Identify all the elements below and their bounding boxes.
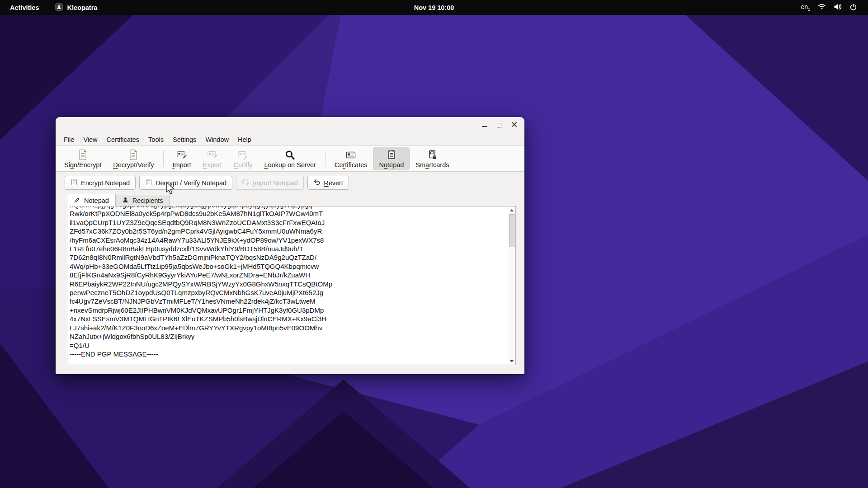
import-icon (242, 179, 250, 187)
scroll-down-button[interactable] (508, 357, 515, 365)
maximize-button[interactable] (496, 122, 502, 128)
toolbar-label: Notepad (379, 161, 404, 169)
tab-label: Notepad (84, 197, 109, 204)
pgp-message-text: Rwk/orKtPpXODNEl8a0yek5p4rpPwD8dcs9u2bKe… (70, 209, 507, 358)
vertical-scrollbar[interactable] (508, 206, 515, 365)
toolbar-export: Export (197, 147, 228, 170)
button-label: Revert (324, 179, 343, 187)
volume-icon (834, 3, 842, 12)
undo-arrow-icon (313, 178, 321, 187)
close-icon (511, 121, 517, 129)
person-icon (122, 197, 129, 205)
tab-label: Recipients (132, 197, 163, 204)
focused-app-indicator[interactable]: Kleopatra (55, 3, 97, 12)
toolbar-label: Decrypt/Verify (113, 161, 154, 169)
encrypt-notepad-button[interactable]: Encrypt Notepad (65, 176, 136, 190)
minimize-icon (482, 126, 487, 127)
toolbar-label: Sign/Encrypt (64, 161, 101, 169)
maximize-icon (497, 123, 501, 127)
smartcards-icon (427, 149, 438, 160)
toolbar-sign-encrypt[interactable]: Sign/Encrypt (58, 147, 107, 170)
import-icon (176, 149, 187, 160)
menu-settings[interactable]: Settings (168, 135, 201, 145)
toolbar-notepad[interactable]: Notepad (373, 147, 410, 170)
revert-button[interactable]: Revert (307, 176, 349, 190)
keyboard-layout-indicator[interactable]: en1 (801, 3, 810, 12)
toolbar: Sign/Encrypt Decrypt/Verify (56, 145, 524, 172)
notepad-tab-bar: Notepad Recipients (67, 194, 524, 206)
toolbar-label: Certify (234, 161, 253, 169)
search-icon (285, 149, 295, 160)
toolbar-certify: Certify (228, 147, 259, 170)
toolbar-import[interactable]: Import (167, 147, 197, 170)
import-notepad-button: Import Notepad (236, 176, 304, 190)
wifi-icon (818, 3, 826, 12)
arrow-up-icon (510, 209, 514, 211)
certificates-icon (345, 149, 356, 160)
toolbar-decrypt-verify[interactable]: Decrypt/Verify (107, 147, 160, 170)
menu-window[interactable]: Window (201, 135, 233, 145)
tab-notepad[interactable]: Notepad (67, 194, 116, 206)
toolbar-certificates[interactable]: Certificates (329, 147, 373, 170)
scrollbar-thumb[interactable] (509, 214, 514, 247)
system-status-area[interactable]: en1 (801, 3, 868, 12)
clock[interactable]: Nov 19 10:00 (414, 0, 454, 15)
menu-tools[interactable]: Tools (144, 135, 168, 145)
activities-button[interactable]: Activities (10, 4, 39, 11)
menu-view[interactable]: View (79, 135, 102, 145)
pencil-icon (74, 197, 80, 205)
mouse-cursor (165, 182, 175, 197)
toolbar-lookup-on-server[interactable]: Lookup on Server (258, 147, 321, 170)
power-icon (849, 3, 857, 12)
kleopatra-window: File View Certificates Tools Settings Wi… (56, 117, 524, 374)
certify-icon (237, 149, 248, 160)
scroll-up-button[interactable] (508, 206, 515, 214)
sign-encrypt-icon (77, 149, 88, 160)
tab-recipients[interactable]: Recipients (116, 195, 170, 206)
menu-file[interactable]: File (59, 135, 79, 145)
export-icon (207, 149, 218, 160)
menu-help[interactable]: Help (233, 135, 256, 145)
document-icon (145, 178, 152, 187)
top-bar: Activities Kleopatra Nov 19 10:00 en1 (0, 0, 868, 15)
toolbar-label: Import (173, 161, 191, 169)
decrypt-verify-icon (128, 149, 139, 160)
toolbar-separator (325, 150, 326, 167)
kleopatra-app-icon (55, 3, 63, 12)
titlebar[interactable] (56, 117, 524, 133)
menu-certificates[interactable]: Certificates (102, 135, 144, 145)
notepad-actions: Encrypt Notepad Decrypt / Verify Notepad (65, 176, 524, 190)
minimize-button[interactable] (481, 122, 487, 128)
notepad-icon (386, 149, 397, 160)
focused-app-name: Kleopatra (67, 4, 97, 11)
close-button[interactable] (511, 122, 517, 128)
toolbar-smartcards[interactable]: Smartcards (410, 147, 455, 170)
toolbar-label: Export (203, 161, 222, 169)
document-icon (71, 178, 78, 187)
toolbar-label: Certificates (335, 161, 368, 169)
button-label: Encrypt Notepad (81, 179, 130, 187)
toolbar-label: Lookup on Server (264, 161, 316, 169)
toolbar-separator (163, 150, 164, 167)
notepad-text-area[interactable]: hQGMA2pjyqg4YgJpARAAqj7ypg2kq5ygGqjyp0w9… (67, 206, 516, 365)
button-label: Import Notepad (253, 179, 298, 187)
decrypt-verify-notepad-button[interactable]: Decrypt / Verify Notepad (139, 176, 232, 190)
menu-bar: File View Certificates Tools Settings Wi… (56, 133, 524, 145)
toolbar-label: Smartcards (415, 161, 449, 169)
arrow-down-icon (510, 360, 514, 362)
